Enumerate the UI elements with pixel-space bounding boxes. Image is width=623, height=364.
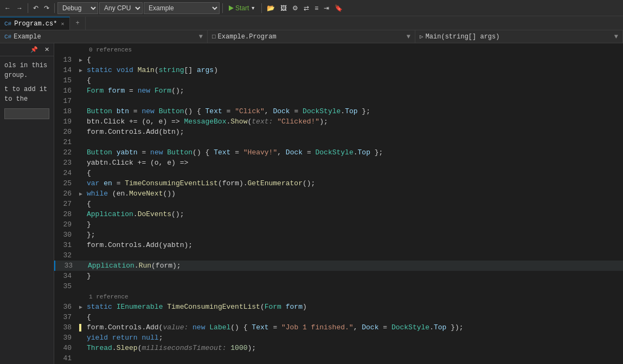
code-line-28: 28 Application.DoEvents();: [54, 209, 623, 219]
line-content-37: {: [85, 313, 623, 321]
line-content-38: form.Controls.Add(value: new Label() { T…: [85, 323, 623, 332]
expand-icon-26[interactable]: ▶: [79, 191, 82, 197]
line-content-28: Application.DoEvents();: [85, 210, 623, 218]
code-line-24: 24 {: [54, 168, 623, 178]
indicator-36[interactable]: ▶: [77, 304, 85, 310]
line-content-39: yield return null;: [85, 334, 623, 342]
toolbar: ← → ↶ ↷ Debug Release Any CPU x86 x64 Ex…: [0, 0, 623, 16]
code-line-23: 23 yabtn.Click += (o, e) =>: [54, 158, 623, 168]
nav-project-icon: C#: [4, 34, 11, 40]
indicator-26[interactable]: ▶: [77, 191, 85, 197]
back-button[interactable]: ←: [2, 3, 13, 13]
screenshot-button[interactable]: 🖼: [278, 3, 289, 13]
code-editor[interactable]: 0 references 13 ▶ { 14 ▶: [54, 43, 623, 364]
line-content-33: Application.Run(form);: [86, 262, 623, 270]
cpu-dropdown[interactable]: Any CPU x86 x64: [99, 2, 143, 14]
line-number-26: 26: [54, 190, 77, 198]
nav-project-arrow: ▼: [199, 33, 203, 41]
undo-button[interactable]: ↶: [31, 3, 41, 13]
line-number-30: 30: [54, 231, 77, 239]
start-label: Start: [235, 4, 249, 12]
code-line-20: 20 form.Controls.Add(btn);: [54, 127, 623, 137]
line-number-17: 17: [54, 97, 77, 105]
debug-dropdown[interactable]: Debug Release: [57, 2, 98, 14]
start-button[interactable]: Start ▼: [226, 3, 259, 13]
expand-icon-14[interactable]: ▶: [79, 67, 82, 74]
line-number-36: 36: [54, 303, 77, 311]
solution-explorer-button[interactable]: 📂: [265, 3, 277, 13]
redo-button[interactable]: ↷: [42, 3, 52, 13]
tab-program-cs-label: Program.cs*: [14, 20, 57, 28]
indicator-38: [77, 324, 85, 332]
settings-button[interactable]: ⚙: [290, 3, 300, 13]
line-number-34: 34: [54, 272, 77, 280]
sidebar-content: ols in this group. t to add it to the: [0, 56, 54, 123]
expand-icon-36[interactable]: ▶: [79, 304, 82, 310]
line-number-40: 40: [54, 344, 77, 352]
code-line-17: 17: [54, 96, 623, 106]
sidebar-header: 📌 ✕: [0, 43, 54, 56]
bookmark-button[interactable]: 🔖: [332, 3, 345, 13]
separator-2: [54, 3, 55, 13]
ref-row-36: 1 reference: [54, 291, 623, 302]
line-number-39: 39: [54, 334, 77, 342]
nav-class-label: Example.Program: [218, 33, 277, 41]
project-dropdown[interactable]: Example: [144, 2, 220, 14]
tab-close-button[interactable]: ✕: [60, 21, 65, 27]
indicator-13[interactable]: ▶: [77, 57, 85, 63]
code-line-29: 29 }: [54, 219, 623, 230]
nav-class-icon: □: [212, 34, 216, 40]
indent-button[interactable]: ⇥: [322, 3, 331, 13]
line-content-22: Button yabtn = new Button() { Text = "He…: [85, 148, 623, 157]
line-number-31: 31: [54, 241, 77, 249]
line-number-13: 13: [54, 56, 77, 64]
sidebar-tools-text: ols in this group.: [4, 61, 49, 80]
line-content-24: {: [85, 169, 623, 177]
start-dropdown-arrow[interactable]: ▼: [251, 5, 255, 11]
tab-add[interactable]: +: [70, 17, 85, 30]
line-content-25: var en = TimeConsumingEventList(form).Ge…: [85, 179, 623, 187]
line-content-14: static void Main(string[] args): [85, 66, 623, 74]
sidebar-close-button[interactable]: ✕: [42, 45, 52, 54]
line-content-27: {: [85, 200, 623, 208]
code-lines: 0 references 13 ▶ { 14 ▶: [54, 43, 623, 364]
line-number-22: 22: [54, 148, 77, 157]
yellow-mark-38: [79, 324, 81, 332]
separator-3: [222, 3, 223, 13]
line-content-18: Button btn = new Button() { Text = "Clic…: [85, 107, 623, 115]
code-line-16: 16 Form form = new Form();: [54, 86, 623, 96]
line-number-14: 14: [54, 66, 77, 74]
code-line-38: 38 form.Controls.Add(value: new Label() …: [54, 322, 623, 333]
sidebar-pin-button[interactable]: 📌: [28, 45, 40, 54]
nav-method-segment[interactable]: ▷ Main(string[] args) ▼: [415, 30, 623, 43]
line-content-16: Form form = new Form();: [85, 87, 623, 95]
nav-project-segment[interactable]: C# Example ▼: [0, 30, 208, 43]
line-number-15: 15: [54, 76, 77, 84]
forward-button[interactable]: →: [14, 3, 25, 13]
tab-program-cs[interactable]: C# Program.cs* ✕: [0, 17, 70, 30]
ref-label-36: 1 reference: [85, 292, 623, 301]
line-content-20: form.Controls.Add(btn);: [85, 128, 623, 136]
ref-row-13: 0 references: [54, 44, 623, 55]
nav-method-icon: ▷: [420, 33, 423, 40]
line-content-19: btn.Click += (o, e) => MessageBox.Show(t…: [85, 118, 623, 126]
expand-icon-13[interactable]: ▶: [79, 57, 82, 63]
comment-button[interactable]: ≡: [312, 3, 320, 13]
code-line-32: 32: [54, 250, 623, 261]
code-line-39: 39 yield return null;: [54, 333, 623, 343]
line-number-38: 38: [54, 323, 77, 332]
nav-class-arrow: ▼: [407, 33, 410, 41]
line-content-40: Thread.Sleep(millisecondsTimeout: 1000);: [85, 344, 623, 352]
line-number-20: 20: [54, 128, 77, 136]
line-number-25: 25: [54, 179, 77, 187]
code-line-35: 35: [54, 281, 623, 291]
nav-class-segment[interactable]: □ Example.Program ▼: [208, 30, 415, 43]
line-number-29: 29: [54, 220, 77, 229]
indicator-14[interactable]: ▶: [77, 67, 85, 74]
format-button[interactable]: ⇄: [301, 3, 311, 13]
line-number-27: 27: [54, 200, 77, 208]
line-number-21: 21: [54, 138, 77, 146]
code-line-18: 18 Button btn = new Button() { Text = "C…: [54, 106, 623, 116]
sidebar-search-input[interactable]: [4, 108, 49, 119]
line-content-23: yabtn.Click += (o, e) =>: [85, 159, 623, 167]
